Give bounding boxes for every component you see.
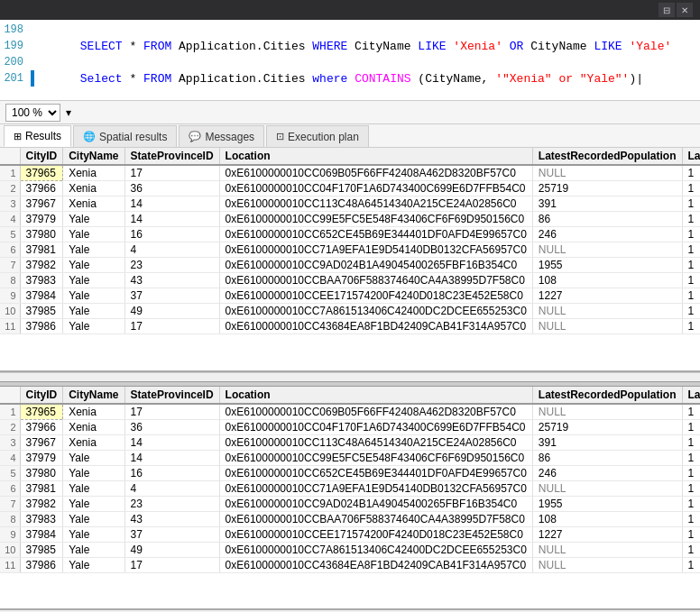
table-row[interactable]: 1037985Yale490xE6100000010CC7A861513406C…	[0, 542, 700, 557]
table-row[interactable]: 837983Yale430xE6100000010CCBAA706F588374…	[0, 511, 700, 526]
cell-cityid: 37981	[20, 480, 63, 496]
line-201: 201 Select * FROM Application.Cities whe…	[0, 70, 700, 87]
cell-cityname: Xenia	[63, 181, 124, 196]
cell-location: 0xE6100000010CC04F170F1A6D743400C699E6D7…	[219, 419, 532, 434]
cell-cityid: 37984	[20, 526, 63, 542]
close-button[interactable]: ✕	[677, 3, 693, 17]
cell-location: 0xE6100000010CC71A9EFA1E9D54140DB0132CFA…	[219, 242, 532, 258]
table-row[interactable]: 837983Yale430xE6100000010CCBAA706F588374…	[0, 273, 700, 288]
cell-lasteditedby: 1	[682, 165, 700, 181]
row-number: 5	[0, 465, 20, 480]
row-number: 8	[0, 273, 20, 288]
table-row[interactable]: 237966Xenia360xE6100000010CC04F170F1A6D7…	[0, 181, 700, 196]
cell-cityname: Xenia	[63, 196, 124, 212]
line-num-199: 199	[0, 40, 31, 52]
cell-lasteditedby: 1	[682, 273, 700, 288]
execution-icon: ⊡	[276, 131, 284, 142]
line-content-201[interactable]: Select * FROM Application.Cities where C…	[34, 59, 643, 99]
table-row[interactable]: 537980Yale160xE6100000010CC652CE45B69E34…	[0, 227, 700, 242]
bottom-header-lasteditedby: LastEditedBy	[682, 387, 700, 404]
line-num-200: 200	[0, 56, 31, 69]
table-row[interactable]: 437979Yale140xE6100000010CC99E5FC5E548F4…	[0, 450, 700, 465]
cell-latestrecordedpopulation: NULL	[532, 165, 682, 181]
table-row[interactable]: 537980Yale160xE6100000010CC652CE45B69E34…	[0, 465, 700, 480]
tab-messages[interactable]: 💬 Messages	[179, 125, 264, 147]
cell-cityid: 37979	[20, 212, 63, 227]
table-row[interactable]: 337967Xenia140xE6100000010CC113C48A64514…	[0, 196, 700, 212]
cell-location: 0xE6100000010CC113C48A64514340A215CE24A0…	[219, 434, 532, 450]
cell-stateprovinceid: 17	[124, 319, 219, 334]
cell-location: 0xE6100000010CCBAA706F588374640CA4A38995…	[219, 273, 532, 288]
row-number: 11	[0, 557, 20, 572]
table-row[interactable]: 137965Xenia170xE6100000010CC069B05F66FF4…	[0, 165, 700, 181]
cell-cityname: Yale	[63, 511, 124, 526]
cell-location: 0xE6100000010CC069B05F66FF42408A462D8320…	[219, 165, 532, 181]
table-row[interactable]: 437979Yale140xE6100000010CC99E5FC5E548F4…	[0, 212, 700, 227]
cell-lasteditedby: 1	[682, 227, 700, 242]
cell-latestrecordedpopulation: 1227	[532, 288, 682, 304]
table-row[interactable]: 1037985Yale490xE6100000010CC7A861513406C…	[0, 304, 700, 319]
cell-lasteditedby: 1	[682, 465, 700, 480]
cell-stateprovinceid: 17	[124, 404, 219, 420]
cell-cityname: Xenia	[63, 419, 124, 434]
zoom-select[interactable]: 100 % 75 % 150 %	[5, 104, 60, 122]
table-row[interactable]: 737982Yale230xE6100000010CC9AD024B1A4904…	[0, 496, 700, 511]
tab-spatial[interactable]: 🌐 Spatial results	[73, 125, 177, 147]
table-row[interactable]: 737982Yale230xE6100000010CC9AD024B1A4904…	[0, 258, 700, 273]
table-row[interactable]: 937984Yale370xE6100000010CCEE171574200F4…	[0, 526, 700, 542]
tab-messages-label: Messages	[205, 131, 254, 143]
cell-lasteditedby: 1	[682, 542, 700, 557]
row-number: 7	[0, 496, 20, 511]
row-number: 5	[0, 227, 20, 242]
table-row[interactable]: 1137986Yale170xE6100000010CC43684EA8F1BD…	[0, 319, 700, 334]
pin-button[interactable]: ⊟	[659, 3, 675, 17]
cell-location: 0xE6100000010CC9AD024B1A49045400265FBF16…	[219, 258, 532, 273]
tab-results[interactable]: ⊞ Results	[4, 125, 71, 147]
cell-latestrecordedpopulation: 391	[532, 196, 682, 212]
cell-lasteditedby: 1	[682, 434, 700, 450]
cell-latestrecordedpopulation: 1227	[532, 526, 682, 542]
cell-stateprovinceid: 23	[124, 258, 219, 273]
table-row[interactable]: 337967Xenia140xE6100000010CC113C48A64514…	[0, 434, 700, 450]
toolbar-separator: ▾	[66, 106, 71, 119]
cell-stateprovinceid: 43	[124, 511, 219, 526]
bottom-result-grid[interactable]: CityID CityName StateProvinceID Location…	[0, 387, 700, 611]
row-number: 8	[0, 511, 20, 526]
table-row[interactable]: 637981Yale40xE6100000010CC71A9EFA1E9D541…	[0, 242, 700, 258]
cell-latestrecordedpopulation: 108	[532, 511, 682, 526]
bottom-header-stateprovinceid: StateProvinceID	[124, 387, 219, 404]
top-result-grid[interactable]: CityID CityName StateProvinceID Location…	[0, 148, 700, 372]
results-container: CityID CityName StateProvinceID Location…	[0, 148, 700, 610]
row-number: 7	[0, 258, 20, 273]
table-row[interactable]: 1137986Yale170xE6100000010CC43684EA8F1BD…	[0, 557, 700, 572]
cell-cityid: 37986	[20, 557, 63, 572]
bottom-header-location: Location	[219, 387, 532, 404]
row-number: 2	[0, 419, 20, 434]
cell-latestrecordedpopulation: 246	[532, 465, 682, 480]
cell-latestrecordedpopulation: NULL	[532, 480, 682, 496]
row-number: 9	[0, 288, 20, 304]
cell-cityname: Yale	[63, 526, 124, 542]
table-row[interactable]: 937984Yale370xE6100000010CCEE171574200F4…	[0, 288, 700, 304]
table-row[interactable]: 237966Xenia360xE6100000010CC04F170F1A6D7…	[0, 419, 700, 434]
cell-cityname: Yale	[63, 542, 124, 557]
cell-latestrecordedpopulation: 86	[532, 450, 682, 465]
cell-cityname: Yale	[63, 557, 124, 572]
cell-cityid: 37985	[20, 304, 63, 319]
cell-cityid: 37967	[20, 196, 63, 212]
tab-results-label: Results	[25, 130, 61, 142]
scroll-row-top[interactable]	[0, 372, 700, 381]
cell-location: 0xE6100000010CC069B05F66FF42408A462D8320…	[219, 404, 532, 420]
tab-execution[interactable]: ⊡ Execution plan	[266, 125, 369, 147]
table-row[interactable]: 637981Yale40xE6100000010CC71A9EFA1E9D541…	[0, 480, 700, 496]
cell-latestrecordedpopulation: 246	[532, 227, 682, 242]
cell-lasteditedby: 1	[682, 212, 700, 227]
cell-cityname: Xenia	[63, 165, 124, 181]
cell-location: 0xE6100000010CC43684EA8F1BD42409CAB41F31…	[219, 319, 532, 334]
table-row[interactable]: 137965Xenia170xE6100000010CC069B05F66FF4…	[0, 404, 700, 420]
cell-cityid: 37980	[20, 465, 63, 480]
cell-latestrecordedpopulation: 25719	[532, 419, 682, 434]
cell-stateprovinceid: 16	[124, 227, 219, 242]
cell-location: 0xE6100000010CC71A9EFA1E9D54140DB0132CFA…	[219, 480, 532, 496]
tabs-bar: ⊞ Results 🌐 Spatial results 💬 Messages ⊡…	[0, 124, 700, 148]
